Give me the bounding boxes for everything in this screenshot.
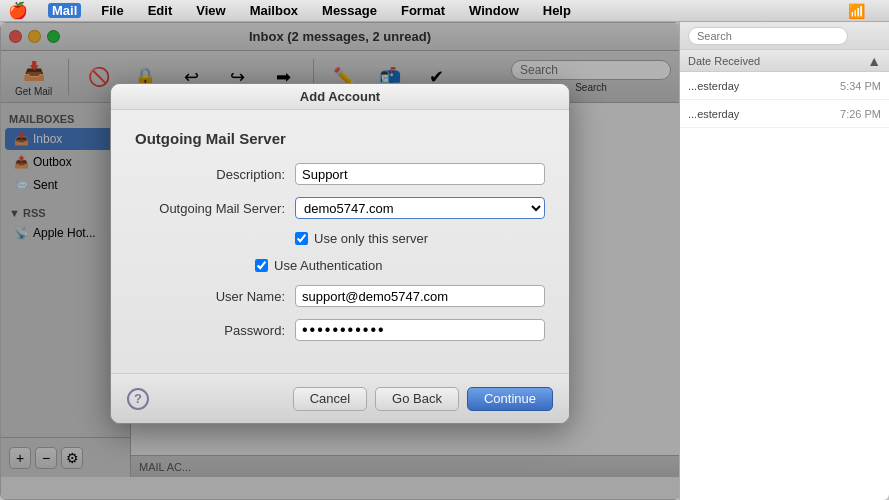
help-button[interactable]: ? — [127, 388, 149, 410]
username-label: User Name: — [135, 289, 295, 304]
right-panel: Date Received ▲ ...esterday 5:34 PM ...e… — [679, 22, 889, 500]
menu-mail[interactable]: Mail — [48, 3, 81, 18]
dialog-overlay: Add Account Outgoing Mail Server Descrip… — [1, 23, 679, 499]
use-auth-row: Use Authentication — [255, 258, 545, 273]
username-input[interactable] — [295, 285, 545, 307]
right-search-input[interactable] — [688, 27, 848, 45]
menu-bar: 🍎 Mail File Edit View Mailbox Message Fo… — [0, 0, 889, 22]
right-panel-row-1[interactable]: ...esterday 5:34 PM — [680, 72, 889, 100]
dialog-title-bar: Add Account — [111, 84, 569, 110]
description-input[interactable] — [295, 163, 545, 185]
outgoing-server-select[interactable]: demo5747.com — [295, 197, 545, 219]
cancel-button[interactable]: Cancel — [293, 387, 367, 411]
scroll-up-arrow: ▲ — [867, 53, 881, 69]
username-row: User Name: — [135, 285, 545, 307]
apple-menu-icon[interactable]: 🍎 — [8, 1, 28, 20]
menu-format[interactable]: Format — [397, 3, 449, 18]
continue-button[interactable]: Continue — [467, 387, 553, 411]
right-row-1-time: 5:34 PM — [840, 80, 881, 92]
dialog-footer: ? Cancel Go Back Continue — [111, 373, 569, 423]
password-row: Password: — [135, 319, 545, 341]
outgoing-server-label: Outgoing Mail Server: — [135, 201, 295, 216]
right-row-1-text: ...esterday — [688, 80, 836, 92]
right-row-2-text: ...esterday — [688, 108, 836, 120]
main-window: Inbox (2 messages, 2 unread) 📥 Get Mail … — [0, 22, 680, 500]
use-auth-checkbox[interactable] — [255, 259, 268, 272]
description-label: Description: — [135, 167, 295, 182]
wifi-icon: 📶 — [848, 3, 865, 19]
right-row-2-time: 7:26 PM — [840, 108, 881, 120]
menu-edit[interactable]: Edit — [144, 3, 177, 18]
right-panel-row-2[interactable]: ...esterday 7:26 PM — [680, 100, 889, 128]
use-only-server-checkbox[interactable] — [295, 232, 308, 245]
menu-window[interactable]: Window — [465, 3, 523, 18]
right-panel-list-header: Date Received ▲ — [680, 50, 889, 72]
description-row: Description: — [135, 163, 545, 185]
go-back-button[interactable]: Go Back — [375, 387, 459, 411]
menu-file[interactable]: File — [97, 3, 127, 18]
dialog-section-title: Outgoing Mail Server — [135, 130, 545, 147]
dialog-body: Outgoing Mail Server Description: Outgoi… — [111, 110, 569, 373]
menu-view[interactable]: View — [192, 3, 229, 18]
date-received-label: Date Received — [688, 55, 760, 67]
password-label: Password: — [135, 323, 295, 338]
menu-message[interactable]: Message — [318, 3, 381, 18]
use-only-server-row: Use only this server — [295, 231, 545, 246]
dialog-title: Add Account — [300, 89, 380, 104]
use-only-server-label: Use only this server — [314, 231, 428, 246]
right-panel-search-bar — [680, 22, 889, 50]
use-auth-label: Use Authentication — [274, 258, 382, 273]
menu-help[interactable]: Help — [539, 3, 575, 18]
watermark: dumarks — [835, 482, 881, 496]
outgoing-server-wrapper: demo5747.com — [295, 197, 545, 219]
add-account-dialog: Add Account Outgoing Mail Server Descrip… — [110, 83, 570, 424]
outgoing-server-row: Outgoing Mail Server: demo5747.com — [135, 197, 545, 219]
menu-mailbox[interactable]: Mailbox — [246, 3, 302, 18]
password-input[interactable] — [295, 319, 545, 341]
